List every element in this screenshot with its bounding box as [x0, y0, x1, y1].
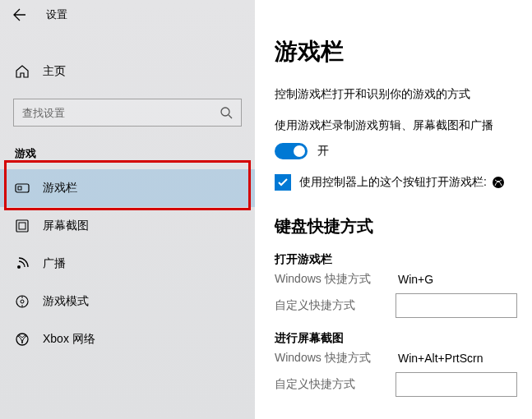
xbox-icon [15, 332, 30, 347]
window-header: 设置 [0, 0, 255, 30]
sidebar-home[interactable]: 主页 [0, 54, 255, 89]
sidebar-item-gamemode[interactable]: 游戏模式 [0, 283, 255, 320]
svg-rect-4 [16, 220, 28, 232]
sidebar: 设置 主页 游戏 游戏栏 屏幕截图 广播 游戏模式 [0, 0, 255, 419]
shortcut-group-title: 打开游戏栏 [275, 252, 517, 267]
broadcast-icon [15, 256, 30, 271]
sidebar-section-title: 游戏 [0, 141, 255, 169]
search-box[interactable] [13, 99, 242, 127]
controller-checkbox[interactable] [275, 174, 291, 191]
shortcut-group-open: 打开游戏栏 Windows 快捷方式 Win+G 自定义快捷方式 [275, 252, 517, 318]
checkbox-text: 使用控制器上的这个按钮打开游戏栏: [299, 175, 487, 190]
shortcut-custom-label: 自定义快捷方式 [275, 298, 396, 313]
sidebar-home-label: 主页 [43, 64, 66, 79]
shortcut-group-title: 进行屏幕截图 [275, 331, 517, 346]
arrow-left-icon [13, 8, 26, 21]
sidebar-item-broadcast[interactable]: 广播 [0, 245, 255, 283]
shortcut-windows-value: Win+G [398, 273, 433, 286]
shortcut-row-windows: Windows 快捷方式 Win+Alt+PrtScrn [275, 351, 517, 366]
shortcut-custom-label: 自定义快捷方式 [275, 377, 396, 392]
sidebar-item-label: 游戏模式 [43, 294, 89, 309]
shortcut-row-custom: 自定义快捷方式 [275, 372, 517, 397]
sidebar-item-label: Xbox 网络 [43, 332, 95, 347]
sidebar-item-label: 广播 [43, 256, 66, 271]
back-button[interactable] [7, 2, 33, 28]
gamemode-icon [15, 294, 30, 309]
check-icon [277, 177, 289, 188]
window-title: 设置 [46, 7, 67, 22]
gamebar-toggle-row: 开 [275, 143, 517, 159]
screenshot-icon [15, 219, 30, 233]
content-panel: 游戏栏 控制游戏栏打开和识别你的游戏的方式 使用游戏栏录制游戏剪辑、屏幕截图和广… [255, 0, 532, 419]
shortcut-group-screenshot: 进行屏幕截图 Windows 快捷方式 Win+Alt+PrtScrn 自定义快… [275, 331, 517, 397]
sidebar-item-label: 游戏栏 [43, 181, 77, 196]
search-input[interactable] [22, 107, 220, 119]
controller-checkbox-label: 使用控制器上的这个按钮打开游戏栏: [299, 175, 505, 190]
search-icon [220, 106, 233, 119]
page-description: 控制游戏栏打开和识别你的游戏的方式 [275, 87, 517, 102]
svg-line-1 [229, 115, 232, 118]
svg-point-6 [17, 265, 21, 269]
svg-point-0 [221, 108, 229, 116]
toggle-state-label: 开 [317, 144, 329, 159]
gamebar-icon [15, 181, 30, 196]
sidebar-item-xbox[interactable]: Xbox 网络 [0, 320, 255, 358]
shortcut-windows-label: Windows 快捷方式 [275, 272, 398, 287]
svg-rect-3 [18, 186, 21, 190]
sidebar-item-label: 屏幕截图 [43, 219, 89, 233]
page-title: 游戏栏 [275, 36, 517, 67]
shortcut-row-custom: 自定义快捷方式 [275, 293, 517, 318]
svg-point-8 [21, 300, 24, 303]
sidebar-item-screenshot[interactable]: 屏幕截图 [0, 207, 255, 245]
shortcut-custom-input[interactable] [396, 293, 517, 318]
shortcut-row-windows: Windows 快捷方式 Win+G [275, 272, 517, 287]
home-icon [15, 64, 30, 79]
controller-checkbox-row: 使用控制器上的这个按钮打开游戏栏: [275, 174, 517, 191]
record-description: 使用游戏栏录制游戏剪辑、屏幕截图和广播 [275, 118, 517, 133]
shortcut-windows-value: Win+Alt+PrtScrn [398, 352, 483, 365]
gamebar-toggle[interactable] [275, 143, 308, 159]
sidebar-item-gamebar[interactable]: 游戏栏 [0, 169, 255, 207]
svg-rect-2 [16, 184, 29, 192]
svg-rect-5 [19, 223, 25, 229]
shortcuts-heading: 键盘快捷方式 [275, 215, 517, 237]
xbox-button-icon [492, 176, 505, 189]
shortcut-windows-label: Windows 快捷方式 [275, 351, 398, 366]
shortcut-custom-input[interactable] [396, 372, 517, 397]
